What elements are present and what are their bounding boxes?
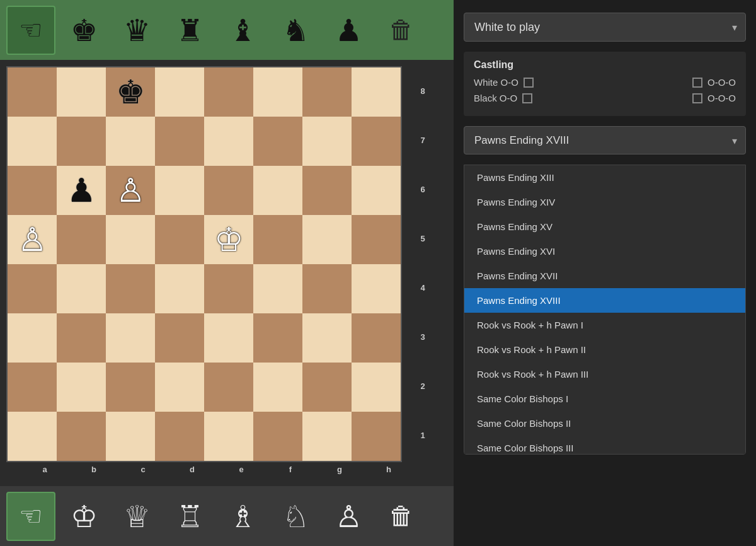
black-knight-tool[interactable]: ♞ (271, 6, 320, 55)
square-b7[interactable] (57, 117, 106, 166)
square-e1[interactable] (204, 412, 253, 461)
square-g4[interactable] (302, 264, 352, 313)
square-b6[interactable]: ♟ (57, 166, 106, 215)
black-pawn-tool[interactable]: ♟ (324, 6, 373, 55)
square-h5[interactable] (352, 215, 401, 264)
square-d8[interactable] (155, 67, 204, 117)
square-f1[interactable] (253, 412, 302, 461)
square-d1[interactable] (155, 412, 204, 461)
square-d3[interactable] (155, 313, 204, 363)
puzzle-item-6[interactable]: Rook vs Rook + h Pawn I (464, 313, 745, 337)
square-f8[interactable] (253, 67, 302, 117)
puzzle-item-0[interactable]: Pawns Ending XIII (464, 165, 745, 190)
square-c7[interactable] (106, 117, 155, 166)
square-a7[interactable] (8, 117, 57, 166)
bottom-white-king-tool[interactable]: ♔ (59, 492, 108, 541)
bottom-white-rook-tool[interactable]: ♖ (165, 492, 214, 541)
square-f6[interactable] (253, 166, 302, 215)
bottom-white-knight-tool[interactable]: ♘ (271, 492, 320, 541)
square-h8[interactable] (352, 67, 401, 117)
white-oo-checkbox[interactable] (524, 78, 534, 88)
puzzle-item-11[interactable]: Same Color Bishops III (464, 436, 745, 455)
pointer-tool[interactable]: ☜ (6, 6, 55, 55)
square-c1[interactable] (106, 412, 155, 461)
square-b2[interactable] (57, 363, 106, 412)
square-c3[interactable] (106, 313, 155, 363)
black-oo-checkbox[interactable] (522, 93, 532, 103)
square-a5[interactable]: ♙ (8, 215, 57, 264)
puzzle-item-3[interactable]: Pawns Ending XVI (464, 239, 745, 264)
square-e3[interactable] (204, 313, 253, 363)
square-d2[interactable] (155, 363, 204, 412)
square-a2[interactable] (8, 363, 57, 412)
square-e4[interactable] (204, 264, 253, 313)
square-d6[interactable] (155, 166, 204, 215)
square-e2[interactable] (204, 363, 253, 412)
square-h6[interactable] (352, 166, 401, 215)
square-b3[interactable] (57, 313, 106, 363)
square-g6[interactable] (302, 166, 352, 215)
square-c5[interactable] (106, 215, 155, 264)
square-a6[interactable] (8, 166, 57, 215)
bottom-delete-tool[interactable]: 🗑 (377, 492, 426, 541)
square-e7[interactable] (204, 117, 253, 166)
puzzle-item-9[interactable]: Same Color Bishops I (464, 386, 745, 411)
square-c2[interactable] (106, 363, 155, 412)
puzzle-item-10[interactable]: Same Color Bishops II (464, 411, 745, 436)
square-h2[interactable] (352, 363, 401, 412)
square-g3[interactable] (302, 313, 352, 363)
black-bishop-tool[interactable]: ♝ (218, 6, 267, 55)
square-b1[interactable] (57, 412, 106, 461)
square-a8[interactable] (8, 67, 57, 117)
square-d5[interactable] (155, 215, 204, 264)
square-c6[interactable]: ♙ (106, 166, 155, 215)
square-c8[interactable]: ♚ (106, 67, 155, 117)
square-h7[interactable] (352, 117, 401, 166)
puzzle-item-2[interactable]: Pawns Ending XV (464, 214, 745, 239)
bottom-white-bishop-tool[interactable]: ♗ (218, 492, 267, 541)
square-a4[interactable] (8, 264, 57, 313)
black-king-tool[interactable]: ♚ (59, 6, 108, 55)
puzzle-item-1[interactable]: Pawns Ending XIV (464, 190, 745, 214)
square-f5[interactable] (253, 215, 302, 264)
square-g8[interactable] (302, 67, 352, 117)
square-g5[interactable] (302, 215, 352, 264)
puzzle-dropdown-list: Pawns Ending XIIIPawns Ending XIVPawns E… (464, 165, 746, 455)
puzzle-selector[interactable]: Pawns Ending XVIII (464, 126, 746, 154)
bottom-white-queen-tool[interactable]: ♕ (112, 492, 161, 541)
black-rook-tool[interactable]: ♜ (165, 6, 214, 55)
black-ooo-checkbox[interactable] (692, 93, 702, 103)
square-d4[interactable] (155, 264, 204, 313)
turn-selector[interactable]: White to play Black to play (464, 13, 746, 42)
black-queen-tool[interactable]: ♛ (112, 6, 161, 55)
white-ooo-checkbox[interactable] (692, 78, 702, 88)
puzzle-item-8[interactable]: Rook vs Rook + h Pawn III (464, 362, 745, 386)
square-e6[interactable] (204, 166, 253, 215)
square-f2[interactable] (253, 363, 302, 412)
square-b5[interactable] (57, 215, 106, 264)
square-a1[interactable] (8, 412, 57, 461)
square-a3[interactable] (8, 313, 57, 363)
square-h4[interactable] (352, 264, 401, 313)
puzzle-item-4[interactable]: Pawns Ending XVII (464, 264, 745, 288)
square-b4[interactable] (57, 264, 106, 313)
chess-board[interactable]: ♚♟♙♙♔ (6, 66, 402, 462)
delete-tool[interactable]: 🗑 (377, 6, 426, 55)
square-h3[interactable] (352, 313, 401, 363)
bottom-pointer-tool[interactable]: ☜ (6, 492, 55, 541)
puzzle-item-5[interactable]: Pawns Ending XVIII (464, 288, 745, 313)
square-f3[interactable] (253, 313, 302, 363)
square-g7[interactable] (302, 117, 352, 166)
square-e5[interactable]: ♔ (204, 215, 253, 264)
square-f4[interactable] (253, 264, 302, 313)
puzzle-item-7[interactable]: Rook vs Rook + h Pawn II (464, 337, 745, 362)
bottom-white-pawn-tool[interactable]: ♙ (324, 492, 373, 541)
square-e8[interactable] (204, 67, 253, 117)
square-f7[interactable] (253, 117, 302, 166)
square-c4[interactable] (106, 264, 155, 313)
square-h1[interactable] (352, 412, 401, 461)
square-d7[interactable] (155, 117, 204, 166)
square-g1[interactable] (302, 412, 352, 461)
square-b8[interactable] (57, 67, 106, 117)
square-g2[interactable] (302, 363, 352, 412)
